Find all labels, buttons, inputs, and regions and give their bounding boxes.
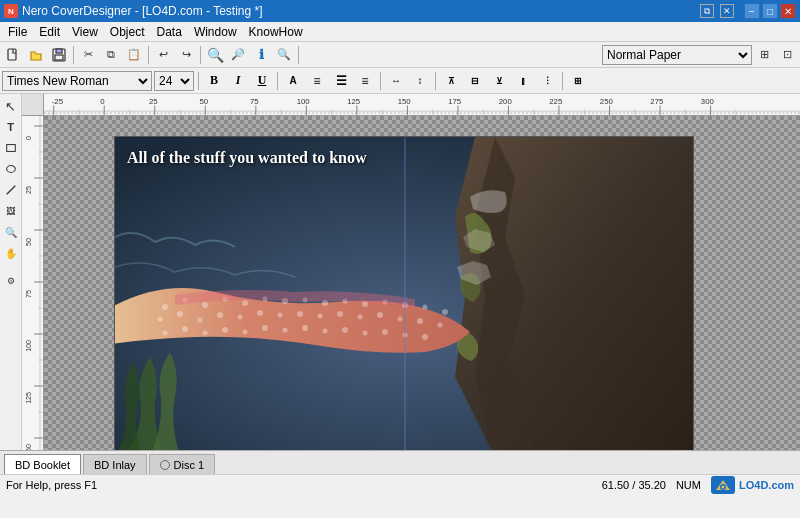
color-button[interactable]: A	[282, 70, 304, 92]
coordinates: 61.50 / 35.20	[602, 479, 666, 491]
menu-bar: File Edit View Object Data Window KnowHo…	[0, 22, 800, 42]
ruler-corner	[22, 94, 44, 116]
zoom-control-button[interactable]: ⊞	[567, 70, 589, 92]
search-button[interactable]: 🔍	[273, 44, 295, 66]
new-button[interactable]	[2, 44, 24, 66]
hand-tool[interactable]: ✋	[1, 243, 21, 263]
paste-button[interactable]: 📋	[123, 44, 145, 66]
align-middle-button[interactable]: ⊟	[464, 70, 486, 92]
distribute-h-button[interactable]: ⫿	[512, 70, 534, 92]
svg-text:0: 0	[100, 97, 104, 106]
svg-point-100	[358, 315, 363, 320]
font-sep-3	[380, 72, 381, 90]
menu-view[interactable]: View	[66, 23, 104, 41]
svg-point-102	[398, 317, 403, 322]
menu-edit[interactable]: Edit	[33, 23, 66, 41]
status-right: 61.50 / 35.20 NUM LO4D.com	[602, 476, 794, 494]
menu-file[interactable]: File	[2, 23, 33, 41]
open-button[interactable]	[25, 44, 47, 66]
text-tool[interactable]: T	[1, 117, 21, 137]
distribute-v-button[interactable]: ⋮	[536, 70, 558, 92]
ruler-vertical: 0 25 50 75 100 125 150	[22, 116, 44, 450]
font-size-select[interactable]: 24 8 10 12 14 18 36 48	[154, 71, 194, 91]
status-bar: For Help, press F1 61.50 / 35.20 NUM LO4…	[0, 474, 800, 494]
arrow-tool[interactable]: ↖	[1, 96, 21, 116]
svg-point-98	[318, 314, 323, 319]
maximize-button[interactable]: □	[762, 3, 778, 19]
menu-object[interactable]: Object	[104, 23, 151, 41]
menu-window[interactable]: Window	[188, 23, 243, 41]
redo-button[interactable]: ↪	[175, 44, 197, 66]
svg-rect-2	[56, 49, 62, 53]
inner-close-icon[interactable]: ✕	[720, 4, 734, 18]
italic-button[interactable]: I	[227, 70, 249, 92]
properties-button[interactable]: ⚙	[1, 271, 21, 291]
line-spacing-button[interactable]: ↕	[409, 70, 431, 92]
canvas-scroll[interactable]: All of the stuff you wanted to know	[44, 116, 800, 450]
svg-text:275: 275	[650, 97, 663, 106]
svg-text:50: 50	[199, 97, 208, 106]
paper-type-select[interactable]: Normal Paper A4 Letter	[602, 45, 752, 65]
underline-button[interactable]: U	[251, 70, 273, 92]
svg-text:75: 75	[250, 97, 259, 106]
close-button[interactable]: ✕	[780, 3, 796, 19]
zoom-out-button[interactable]: 🔎	[227, 44, 249, 66]
svg-point-99	[337, 311, 343, 317]
title-bar: N Nero CoverDesigner - [LO4D.com - Testi…	[0, 0, 800, 22]
svg-point-106	[182, 326, 188, 332]
canvas-inner: All of the stuff you wanted to know	[44, 116, 764, 450]
title-text: Nero CoverDesigner - [LO4D.com - Testing…	[22, 4, 263, 18]
align-bottom-button[interactable]: ⊻	[488, 70, 510, 92]
canvas-overlay-text: All of the stuff you wanted to know	[127, 149, 367, 167]
font-sep-1	[198, 72, 199, 90]
svg-point-88	[423, 305, 428, 310]
tab-bd-booklet[interactable]: BD Booklet	[4, 454, 81, 474]
tab-bd-inlay-label: BD Inlay	[94, 459, 136, 471]
main-toolbar-1: ✂ ⧉ 📋 ↩ ↪ 🔍 🔎 ℹ 🔍 Normal Paper A4 Letter…	[0, 42, 800, 68]
align-left-button[interactable]: ≡	[306, 70, 328, 92]
svg-text:125: 125	[347, 97, 360, 106]
font-name-select[interactable]: Times New Roman Arial Helvetica	[2, 71, 152, 91]
ruler-horizontal: -25 0 25 50 75 100 125 150 175	[44, 94, 800, 116]
zoom-in-button[interactable]: 🔍	[204, 44, 226, 66]
info-button[interactable]: ℹ	[250, 44, 272, 66]
separator-1	[73, 46, 74, 64]
image-tool[interactable]: 🖼	[1, 201, 21, 221]
tabs-bar: BD Booklet BD Inlay Disc 1	[0, 450, 800, 474]
zoom-tool[interactable]: 🔍	[1, 222, 21, 242]
svg-point-115	[363, 331, 368, 336]
line-tool[interactable]	[1, 180, 21, 200]
align-top-button[interactable]: ⊼	[440, 70, 462, 92]
svg-text:0: 0	[25, 136, 32, 140]
svg-point-107	[203, 331, 208, 336]
title-bar-left: N Nero CoverDesigner - [LO4D.com - Testi…	[4, 4, 263, 18]
svg-point-113	[323, 329, 328, 334]
svg-point-97	[297, 311, 303, 317]
bold-button[interactable]: B	[203, 70, 225, 92]
cut-button[interactable]: ✂	[77, 44, 99, 66]
svg-point-112	[302, 325, 308, 331]
title-bar-controls: ⧉ ✕ − □ ✕	[700, 3, 796, 19]
menu-knowhow[interactable]: KnowHow	[243, 23, 309, 41]
tab-bd-inlay[interactable]: BD Inlay	[83, 454, 147, 474]
svg-point-114	[342, 327, 348, 333]
svg-point-104	[438, 323, 443, 328]
menu-data[interactable]: Data	[151, 23, 188, 41]
inner-restore-icon[interactable]: ⧉	[700, 4, 714, 18]
align-right-button[interactable]: ≡	[354, 70, 376, 92]
rectangle-tool[interactable]	[1, 138, 21, 158]
align-center-button[interactable]: ☰	[330, 70, 352, 92]
ellipse-tool[interactable]	[1, 159, 21, 179]
undo-button[interactable]: ↩	[152, 44, 174, 66]
copy-button[interactable]: ⧉	[100, 44, 122, 66]
save-button[interactable]	[48, 44, 70, 66]
zoom-fit-button[interactable]: ⊞	[753, 44, 775, 66]
zoom-100-button[interactable]: ⊡	[776, 44, 798, 66]
tab-disc-1[interactable]: Disc 1	[149, 454, 216, 474]
svg-point-89	[442, 309, 448, 315]
minimize-button[interactable]: −	[744, 3, 760, 19]
svg-text:50: 50	[25, 238, 32, 246]
spacing-button[interactable]: ↔	[385, 70, 407, 92]
svg-point-90	[158, 317, 163, 322]
font-sep-5	[562, 72, 563, 90]
